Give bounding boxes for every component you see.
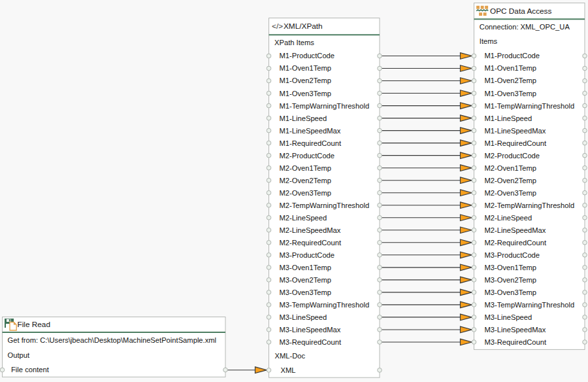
svg-text:M1-Oven1Temp: M1-Oven1Temp — [280, 64, 332, 72]
svg-text:M1-RequiredCount: M1-RequiredCount — [280, 139, 342, 147]
svg-text:M3-TempWarningThreshold: M3-TempWarningThreshold — [485, 301, 575, 309]
svg-text:M3-RequiredCount: M3-RequiredCount — [280, 338, 342, 346]
svg-text:M2-RequiredCount: M2-RequiredCount — [485, 239, 547, 247]
svg-text:M1-Oven2Temp: M1-Oven2Temp — [280, 77, 332, 84]
svg-text:M1-ProductCode: M1-ProductCode — [280, 52, 335, 60]
svg-text:M1-TempWarningThreshold: M1-TempWarningThreshold — [280, 102, 370, 110]
svg-text:M2-ProductCode: M2-ProductCode — [280, 152, 335, 160]
svg-text:M3-LineSpeedMax: M3-LineSpeedMax — [280, 326, 341, 334]
svg-text:M1-Oven3Temp: M1-Oven3Temp — [485, 90, 537, 97]
svg-text:Connection: XML_OPC_UA: Connection: XML_OPC_UA — [480, 23, 570, 31]
svg-text:Output: Output — [8, 351, 30, 359]
svg-text:OPC Data Access: OPC Data Access — [490, 7, 552, 16]
svg-text:M3-Oven2Temp: M3-Oven2Temp — [485, 276, 537, 284]
svg-text:</>: </> — [272, 22, 283, 31]
svg-text:M1-ProductCode: M1-ProductCode — [485, 52, 540, 60]
svg-text:File Read: File Read — [18, 320, 51, 329]
svg-text:M2-RequiredCount: M2-RequiredCount — [280, 239, 342, 247]
svg-text:Get from: C:\Users\jbeach\Desk: Get from: C:\Users\jbeach\Desktop\Machin… — [8, 336, 217, 344]
svg-text:M3-Oven3Temp: M3-Oven3Temp — [280, 288, 332, 296]
svg-text:M2-Oven1Temp: M2-Oven1Temp — [485, 164, 537, 172]
svg-text:M3-TempWarningThreshold: M3-TempWarningThreshold — [280, 301, 370, 309]
svg-text:M3-Oven2Temp: M3-Oven2Temp — [280, 276, 332, 284]
svg-text:M2-LineSpeed: M2-LineSpeed — [280, 214, 327, 222]
svg-text:M2-TempWarningThreshold: M2-TempWarningThreshold — [485, 201, 575, 209]
svg-text:M2-Oven3Temp: M2-Oven3Temp — [485, 189, 537, 197]
svg-text:M3-ProductCode: M3-ProductCode — [485, 251, 540, 259]
svg-text:M1-LineSpeedMax: M1-LineSpeedMax — [280, 127, 341, 135]
svg-text:XML: XML — [281, 366, 296, 374]
svg-text:M2-Oven1Temp: M2-Oven1Temp — [280, 164, 332, 172]
svg-text:M3-LineSpeedMax: M3-LineSpeedMax — [485, 326, 546, 334]
svg-text:M1-LineSpeedMax: M1-LineSpeedMax — [485, 127, 546, 135]
svg-text:M1-Oven1Temp: M1-Oven1Temp — [485, 64, 537, 72]
svg-text:M2-LineSpeedMax: M2-LineSpeedMax — [485, 226, 546, 234]
svg-text:M1-TempWarningThreshold: M1-TempWarningThreshold — [485, 102, 575, 110]
svg-text:M3-LineSpeed: M3-LineSpeed — [280, 313, 327, 321]
svg-text:M2-TempWarningThreshold: M2-TempWarningThreshold — [280, 201, 370, 209]
svg-text:M3-RequiredCount: M3-RequiredCount — [485, 338, 547, 346]
svg-text:M2-LineSpeed: M2-LineSpeed — [485, 214, 532, 222]
svg-text:M1-RequiredCount: M1-RequiredCount — [485, 139, 547, 147]
svg-text:XML/XPath: XML/XPath — [284, 22, 323, 31]
svg-text:M2-Oven2Temp: M2-Oven2Temp — [280, 177, 332, 184]
svg-text:M2-Oven3Temp: M2-Oven3Temp — [280, 189, 332, 197]
svg-text:M1-LineSpeed: M1-LineSpeed — [280, 114, 327, 122]
svg-text:Items: Items — [480, 37, 498, 45]
svg-text:M3-LineSpeed: M3-LineSpeed — [485, 313, 532, 321]
svg-text:M1-Oven3Temp: M1-Oven3Temp — [280, 90, 332, 97]
svg-text:File content: File content — [11, 366, 50, 373]
svg-text:M1-Oven2Temp: M1-Oven2Temp — [485, 77, 537, 84]
svg-text:M3-Oven3Temp: M3-Oven3Temp — [485, 288, 537, 296]
svg-text:XML-Doc: XML-Doc — [275, 352, 306, 360]
svg-text:M2-Oven2Temp: M2-Oven2Temp — [485, 177, 537, 184]
svg-text:XPath Items: XPath Items — [274, 39, 314, 46]
svg-text:M3-Oven1Temp: M3-Oven1Temp — [280, 264, 332, 271]
svg-text:M3-Oven1Temp: M3-Oven1Temp — [485, 264, 537, 271]
svg-text:M3-ProductCode: M3-ProductCode — [280, 251, 335, 259]
svg-text:M1-LineSpeed: M1-LineSpeed — [485, 114, 532, 122]
svg-text:M2-LineSpeedMax: M2-LineSpeedMax — [280, 226, 341, 234]
svg-text:M2-ProductCode: M2-ProductCode — [485, 152, 540, 160]
